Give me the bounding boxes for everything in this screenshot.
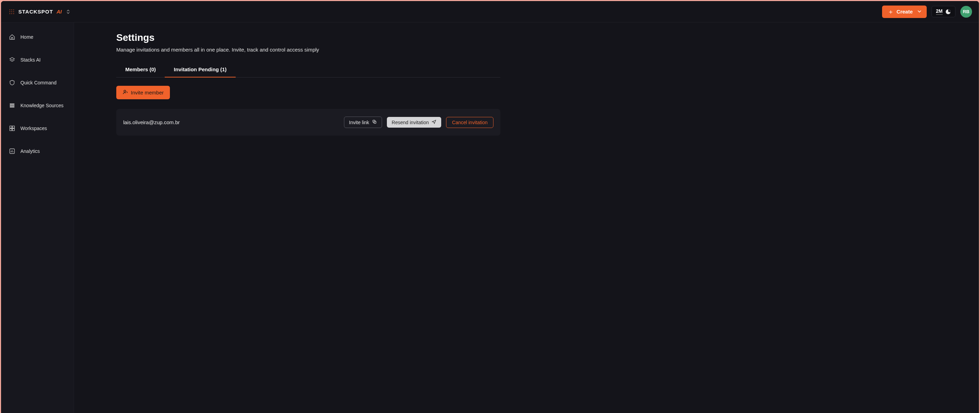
- token-count: 2M: [936, 8, 943, 15]
- tab-invitation-pending[interactable]: Invitation Pending (1): [165, 62, 235, 77]
- create-button[interactable]: ＋ Create: [882, 6, 927, 18]
- resend-invitation-button[interactable]: Resend invitation: [387, 117, 441, 128]
- sidebar-item-label: Analytics: [21, 148, 40, 154]
- top-bar: STACKSPOT AI ＋ Create 2M RB: [1, 1, 979, 22]
- svg-point-2: [13, 10, 14, 10]
- main-content: Settings Manage invitations and members …: [74, 22, 979, 413]
- svg-rect-13: [10, 126, 12, 128]
- stack-icon: [9, 102, 16, 109]
- invite-link-label: Invite link: [349, 120, 369, 125]
- bar-chart-icon: [9, 148, 16, 155]
- sidebar-item-knowledge-sources[interactable]: Knowledge Sources: [1, 97, 74, 114]
- invite-link-button[interactable]: Invite link: [344, 117, 382, 128]
- sidebar-item-workspaces[interactable]: Workspaces: [1, 120, 74, 137]
- shield-icon: [9, 79, 16, 86]
- svg-point-5: [13, 11, 14, 12]
- svg-point-0: [10, 10, 10, 10]
- user-avatar[interactable]: RB: [960, 6, 972, 17]
- sidebar-item-label: Stacks AI: [21, 57, 40, 63]
- brand-mark-icon: [8, 8, 16, 16]
- send-icon: [431, 119, 436, 125]
- svg-point-6: [10, 13, 10, 14]
- svg-point-8: [13, 13, 14, 14]
- tab-members[interactable]: Members (0): [116, 62, 165, 77]
- user-plus-icon: [123, 89, 128, 96]
- brand-logo[interactable]: STACKSPOT AI: [8, 8, 70, 16]
- svg-point-1: [11, 10, 12, 10]
- brand-name: STACKSPOT: [18, 9, 53, 14]
- sidebar-item-label: Workspaces: [21, 125, 47, 131]
- cancel-invitation-button[interactable]: Cancel invitation: [446, 117, 493, 128]
- home-icon: [9, 33, 16, 40]
- svg-rect-16: [13, 129, 14, 131]
- invite-member-button[interactable]: Invite member: [116, 86, 170, 99]
- invitation-row: lais.oliveira@zup.com.br Invite link Res…: [116, 109, 500, 136]
- svg-rect-10: [10, 104, 14, 105]
- plus-icon: ＋: [888, 9, 894, 15]
- sidebar-item-label: Quick Command: [21, 80, 56, 86]
- brand-switcher-icon[interactable]: [67, 10, 70, 14]
- svg-point-18: [124, 90, 126, 92]
- cancel-invitation-label: Cancel invitation: [452, 120, 488, 125]
- brand-suffix: AI: [56, 9, 62, 14]
- grid-icon: [9, 125, 16, 132]
- svg-rect-15: [10, 129, 12, 131]
- sidebar-item-quick-command[interactable]: Quick Command: [1, 75, 74, 91]
- invitation-email: lais.oliveira@zup.com.br: [123, 119, 344, 125]
- create-button-label: Create: [897, 9, 913, 14]
- svg-point-4: [11, 11, 12, 12]
- svg-point-7: [11, 13, 12, 14]
- svg-rect-14: [13, 126, 14, 128]
- resend-invitation-label: Resend invitation: [392, 120, 429, 125]
- pie-chart-icon: [945, 9, 951, 14]
- page-subtitle: Manage invitations and members all in on…: [116, 47, 500, 52]
- token-counter[interactable]: 2M: [932, 6, 955, 17]
- svg-rect-12: [10, 106, 14, 107]
- sidebar-item-label: Home: [21, 34, 33, 40]
- avatar-initials: RB: [963, 9, 970, 14]
- sidebar-item-label: Knowledge Sources: [21, 103, 64, 108]
- sidebar-item-analytics[interactable]: Analytics: [1, 143, 74, 159]
- svg-point-3: [10, 11, 10, 12]
- layers-icon: [9, 56, 16, 63]
- tabs: Members (0) Invitation Pending (1): [116, 62, 500, 78]
- svg-rect-11: [10, 105, 14, 106]
- copy-icon: [372, 119, 377, 125]
- sidebar-item-home[interactable]: Home: [1, 29, 74, 45]
- sidebar: Home Stacks AI Quick Command Knowledge S…: [1, 22, 74, 413]
- sidebar-item-stacks-ai[interactable]: Stacks AI: [1, 52, 74, 68]
- page-title: Settings: [116, 32, 500, 43]
- chevron-down-icon: [918, 10, 921, 14]
- invite-member-label: Invite member: [131, 90, 164, 95]
